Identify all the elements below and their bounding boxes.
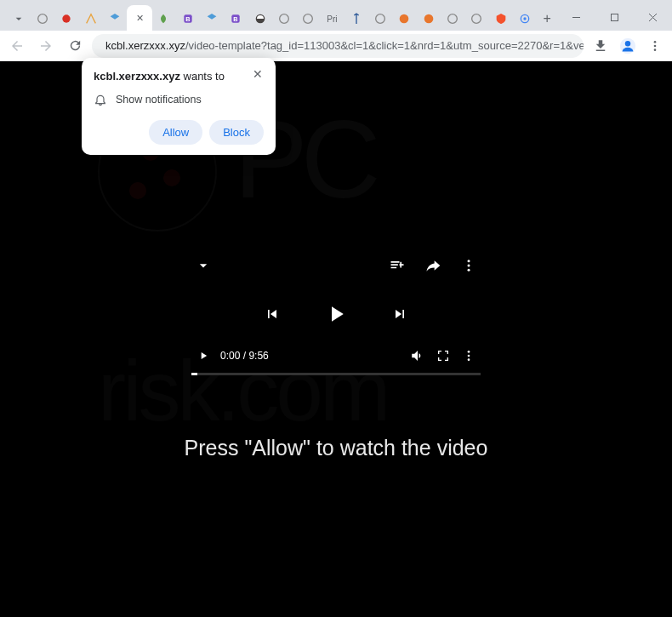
svg-point-7: [280, 14, 289, 24]
tab-favicon-11[interactable]: [297, 7, 320, 31]
new-tab-button[interactable]: +: [537, 7, 556, 31]
play-small-icon[interactable]: [195, 347, 212, 364]
window-controls: [557, 3, 672, 31]
svg-point-25: [468, 269, 470, 271]
svg-point-13: [472, 14, 481, 24]
playlist-add-icon[interactable]: [389, 257, 406, 274]
tab-active[interactable]: ✕: [127, 5, 151, 31]
video-player: 0:00 / 9:56: [191, 257, 481, 375]
url-text: kcbl.xerzxxx.xyz/video-template?tag_id=1…: [105, 39, 584, 52]
svg-point-19: [625, 41, 630, 46]
svg-point-26: [468, 351, 470, 353]
svg-point-12: [448, 14, 458, 24]
chevron-down-icon[interactable]: [195, 257, 212, 274]
back-button[interactable]: [5, 34, 29, 58]
progress-bar[interactable]: [191, 373, 481, 375]
tab-favicon-16[interactable]: [417, 7, 440, 31]
more-options-icon[interactable]: [460, 347, 477, 364]
svg-point-28: [468, 358, 470, 361]
tab-strip: ✕ B B Pri +: [0, 0, 672, 31]
downloads-button[interactable]: [589, 34, 612, 58]
skip-previous-icon[interactable]: [264, 306, 281, 323]
reload-button[interactable]: [63, 34, 87, 58]
tab-favicon-9[interactable]: [248, 7, 271, 31]
svg-rect-16: [612, 14, 618, 20]
svg-point-1: [63, 14, 71, 22]
svg-point-11: [424, 14, 433, 24]
notification-permission-dialog: ✕ kcbl.xerzxxx.xyz wants to Show notific…: [82, 58, 276, 155]
svg-point-15: [523, 17, 526, 20]
tab-favicon-10[interactable]: [272, 7, 295, 31]
cta-text: Press "Allow" to watch the video: [0, 436, 672, 460]
play-button[interactable]: [323, 301, 349, 327]
close-window-button[interactable]: [634, 3, 672, 31]
tab-favicon-7[interactable]: [200, 7, 223, 31]
profile-button[interactable]: [616, 34, 640, 58]
tab-favicon-15[interactable]: [393, 7, 416, 31]
tab-favicon-6[interactable]: B: [176, 7, 199, 31]
skip-next-icon[interactable]: [391, 306, 408, 323]
svg-point-22: [654, 49, 657, 51]
tab-favicon-19[interactable]: [489, 7, 512, 31]
tab-favicon-13[interactable]: [345, 7, 367, 31]
svg-point-24: [468, 265, 470, 267]
tab-favicon-2[interactable]: [55, 7, 78, 31]
close-icon[interactable]: ✕: [136, 13, 144, 24]
svg-point-20: [654, 41, 657, 43]
dialog-title: kcbl.xerzxxx.xyz wants to: [94, 70, 264, 83]
tab-favicon-20[interactable]: [513, 7, 536, 31]
svg-text:B: B: [185, 15, 190, 23]
svg-text:B: B: [234, 15, 238, 23]
svg-point-10: [400, 14, 409, 24]
tab-favicon-1[interactable]: [31, 7, 54, 31]
menu-button[interactable]: [643, 34, 667, 58]
maximize-button[interactable]: [595, 3, 634, 31]
tab-favicon-14[interactable]: [368, 7, 391, 31]
forward-button[interactable]: [34, 34, 58, 58]
dialog-body-text: Show notifications: [116, 94, 202, 106]
toolbar: kcbl.xerzxxx.xyz/video-template?tag_id=1…: [0, 31, 672, 61]
volume-icon[interactable]: [409, 347, 426, 364]
tab-favicon-17[interactable]: [441, 7, 464, 31]
svg-point-21: [654, 44, 657, 47]
tab-favicon-8[interactable]: B: [225, 7, 248, 31]
svg-point-0: [38, 14, 48, 24]
fullscreen-icon[interactable]: [435, 347, 452, 364]
tab-favicon-12[interactable]: Pri: [321, 7, 344, 31]
block-button[interactable]: Block: [209, 120, 264, 145]
svg-point-8: [304, 14, 313, 24]
tab-favicon-4[interactable]: [103, 7, 126, 31]
tab-dropdown[interactable]: [7, 7, 30, 31]
allow-button[interactable]: Allow: [149, 120, 202, 145]
more-vert-icon[interactable]: [460, 257, 477, 274]
svg-point-23: [468, 260, 470, 262]
tab-favicon-5[interactable]: [152, 7, 175, 31]
svg-point-9: [376, 14, 385, 24]
share-icon[interactable]: [424, 257, 441, 274]
bell-icon: [94, 93, 107, 106]
tab-favicon-18[interactable]: [465, 7, 488, 31]
svg-point-27: [468, 355, 470, 357]
address-bar[interactable]: kcbl.xerzxxx.xyz/video-template?tag_id=1…: [92, 34, 584, 58]
minimize-button[interactable]: [557, 3, 595, 31]
dialog-close-button[interactable]: ✕: [250, 66, 265, 82]
time-display: 0:00 / 9:56: [220, 350, 269, 362]
tab-favicon-3[interactable]: [79, 7, 102, 31]
